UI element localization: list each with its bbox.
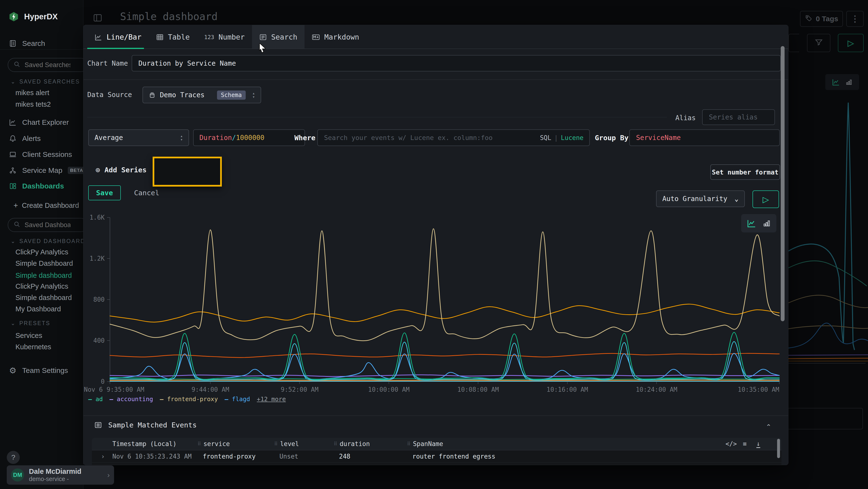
select-chevrons-icon: ▴▾ <box>252 91 255 99</box>
help-button[interactable]: ? <box>7 451 20 464</box>
alias-input[interactable] <box>708 113 769 121</box>
saved-searches-input[interactable] <box>8 58 88 72</box>
sidebar-item-client-sessions[interactable]: Client Sessions <box>9 150 72 159</box>
sidebar-item-dashboard[interactable]: ClickPy Analytics <box>16 248 68 256</box>
data-source-select[interactable]: Demo Traces Schema ▴▾ <box>143 87 261 103</box>
create-dashboard-button[interactable]: + Create Dashboard <box>13 201 79 210</box>
svg-text:1.2K: 1.2K <box>89 255 105 262</box>
field-expression-input[interactable]: Duration/1000000 <box>193 130 305 146</box>
markdown-icon <box>312 33 320 41</box>
legend-item[interactable]: — frontend-proxy <box>160 396 218 403</box>
group-by-input[interactable] <box>636 134 774 142</box>
sidebar-item-dashboard[interactable]: ClickPy Analytics <box>16 282 68 290</box>
column-header[interactable]: ⠿service <box>197 438 230 450</box>
search-icon <box>13 61 20 69</box>
sample-events-header[interactable]: Sample Matched Events <box>94 421 197 429</box>
legend-item[interactable]: — accounting <box>110 396 153 403</box>
tab-table[interactable]: Table <box>149 25 197 49</box>
sidebar-item-service-map[interactable]: Service Map BETA <box>9 166 86 174</box>
tab-number[interactable]: 123 Number <box>197 25 252 49</box>
user-card[interactable]: DM Dale McDiarmid demo-service - › <box>7 465 114 485</box>
mode-separator: | <box>551 134 561 141</box>
svg-text:10:16:00 AM: 10:16:00 AM <box>547 386 588 393</box>
set-number-format-button[interactable]: Set number format <box>710 164 780 180</box>
run-preview-button[interactable]: ▷ <box>752 191 779 208</box>
column-header[interactable]: ⠿duration <box>334 438 370 450</box>
modal-scrollbar-thumb[interactable] <box>781 46 784 321</box>
wrap-lines-icon[interactable]: ≡ <box>743 438 747 450</box>
column-header[interactable]: Timestamp (Local) <box>112 438 177 450</box>
sidebar-item-alerts[interactable]: Alerts <box>9 135 41 143</box>
legend-item[interactable]: — flagd <box>225 396 250 403</box>
where-search-input[interactable] <box>323 134 540 142</box>
sidebar-item-mikes-alert[interactable]: mikes alert <box>16 89 49 97</box>
add-series-button[interactable]: ⊕ Add Series <box>95 163 147 177</box>
bar-chart-icon <box>763 219 771 227</box>
app-root: HyperDX Search ⌄ SAVED SEARCHES mikes al… <box>0 0 868 489</box>
sidebar-item-dashboards[interactable]: Dashboards <box>9 182 64 190</box>
sidebar-item-services[interactable]: Services <box>16 332 42 340</box>
preview-chart-type-toggle[interactable] <box>741 214 776 232</box>
column-header[interactable]: ⠿SpanName <box>407 438 443 450</box>
sidebar-item-chart-explorer[interactable]: Chart Explorer <box>9 118 69 126</box>
sidebar-item-label: Search <box>22 39 45 48</box>
tab-line-bar[interactable]: Line/Bar <box>87 25 149 49</box>
code-view-icon[interactable]: </> <box>725 438 737 450</box>
sidebar-item-dashboard[interactable]: Simple dashboard <box>16 294 72 302</box>
sidebar-item-kubernetes[interactable]: Kubernetes <box>16 343 51 351</box>
chart-type-tabs: Line/Bar Table 123 Number Search <box>84 25 788 49</box>
saved-dashboards-header[interactable]: ⌄ SAVED DASHBOARDS <box>10 238 90 244</box>
lucene-mode-toggle[interactable]: Lucene <box>561 134 584 141</box>
chevron-down-icon: ⌄ <box>10 320 16 326</box>
chart-name-input-wrap <box>132 55 781 71</box>
legend-item[interactable]: — ad <box>88 396 103 403</box>
saved-searches-header[interactable]: ⌄ SAVED SEARCHES <box>10 79 80 85</box>
schema-badge: Schema <box>217 90 246 100</box>
drag-handle-icon: ⠿ <box>334 441 337 447</box>
row-expander-icon[interactable]: › <box>101 450 105 462</box>
aggregation-select[interactable]: Average ▴▾ <box>88 130 189 146</box>
tab-markdown[interactable]: Markdown <box>305 25 367 49</box>
number-token: 1000000 <box>236 134 265 142</box>
saved-dashboards-field[interactable] <box>24 221 71 229</box>
collapse-panel-icon[interactable]: ⌃ <box>766 423 771 431</box>
drag-handle-icon: ⠿ <box>197 441 201 447</box>
chevron-down-icon: ⌄ <box>10 79 16 85</box>
tabs-divider <box>84 49 788 49</box>
line-chart-icon <box>747 219 756 228</box>
sidebar-item-team-settings[interactable]: ⚙ Team Settings <box>9 366 68 375</box>
saved-searches-field[interactable] <box>24 61 71 69</box>
sidebar-item-dashboard-active[interactable]: Simple dashboard <box>16 271 72 280</box>
svg-text:9:52:00 AM: 9:52:00 AM <box>281 386 318 393</box>
cancel-button[interactable]: Cancel <box>134 185 159 200</box>
granularity-select[interactable]: Auto Granularity ⌄ <box>656 191 745 207</box>
svg-text:800: 800 <box>93 296 105 303</box>
add-alert-highlight-annotation <box>153 156 222 186</box>
sidebar-item-dashboard[interactable]: My Dashboard <box>16 305 61 313</box>
download-icon[interactable]: ↓ <box>756 438 760 450</box>
presets-header[interactable]: ⌄ PRESETS <box>10 320 51 326</box>
sql-mode-toggle[interactable]: SQL <box>540 134 551 141</box>
preview-chart[interactable]: 04008001.2K1.6KNov 6 9:35:00 AM9:44:00 A… <box>84 208 788 402</box>
chart-name-input[interactable] <box>138 59 774 67</box>
laptop-icon <box>9 150 17 159</box>
save-button[interactable]: Save <box>88 185 121 200</box>
legend-swatch: — <box>225 396 228 403</box>
line-chart-icon <box>94 33 102 41</box>
sidebar-item-mikes-tets2[interactable]: mikes tets2 <box>16 100 51 108</box>
drag-handle-icon: ⠿ <box>407 441 411 447</box>
bell-icon <box>9 135 17 143</box>
table-row[interactable]: › Nov 6 10:35:23.243 AM frontend-proxy U… <box>92 463 781 465</box>
group-by-input-wrap <box>629 130 780 146</box>
saved-dashboards-input[interactable] <box>8 218 88 232</box>
data-source-value: Demo Traces <box>160 91 205 99</box>
legend-more-link[interactable]: +12 more <box>257 396 286 403</box>
sidebar-item-search[interactable]: Search <box>9 39 45 48</box>
cell-service: frontend-proxy <box>203 463 255 465</box>
row-expander-icon[interactable]: › <box>101 463 105 465</box>
column-header[interactable]: ⠿level <box>274 438 299 450</box>
table-row[interactable]: › Nov 6 10:35:23.243 AM frontend-proxy U… <box>92 450 781 463</box>
alias-input-wrap <box>702 109 775 125</box>
sidebar-item-dashboard[interactable]: Simple Dashboard <box>16 259 73 267</box>
mouse-cursor <box>254 42 266 56</box>
